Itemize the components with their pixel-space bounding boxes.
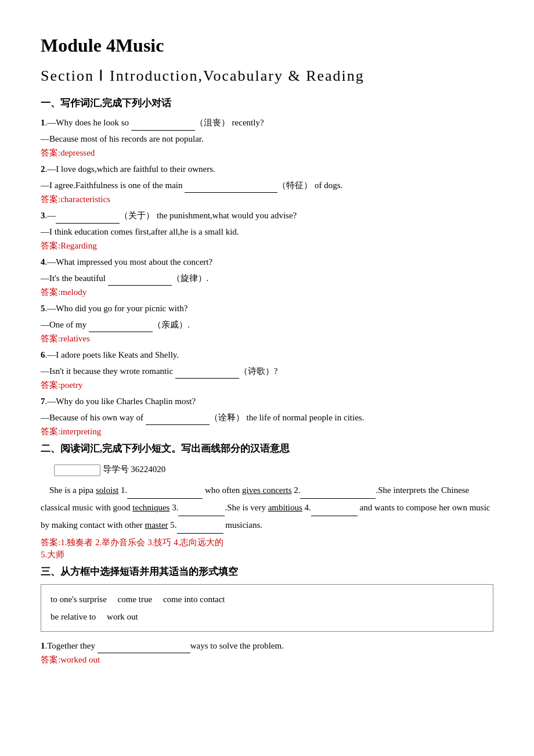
question-2: 2.—I love dogs,which are faithful to the… [41,162,493,205]
part2-study-line: 导学号 36224020 [41,461,493,478]
question-1: 1.—Why does he look so （沮丧） recently? —B… [41,116,493,159]
blank-5 [89,332,153,332]
part3-question-1: 1.Together they ways to solve the proble… [41,639,493,666]
blank-1 [131,130,195,131]
blank-p3 [178,516,225,516]
blank-p3-1 [98,653,190,653]
answer-4: 答案:melody [41,287,493,298]
question-5: 5.—Who did you go for your picnic with? … [41,301,493,344]
answer-part2-text: 1.独奏者 2.举办音乐会 3.技巧 4.志向远大的 [60,538,223,547]
part2-heading: 二、阅读词汇,完成下列小短文。写出画线部分的汉语意思 [41,442,493,455]
blank-3 [56,223,120,224]
part2-paragraph: She is a pipa soloist 1. who often gives… [41,481,493,534]
answer-7: 答案:interpreting [41,426,493,437]
part3-heading: 三、从方框中选择短语并用其适当的形式填空 [41,565,493,578]
module-title: Module 4Music [41,35,493,56]
answer-1: 答案:depressed [41,147,493,159]
blank-p1 [127,498,203,499]
blank-2 [185,192,277,193]
question-3: 3.—（关于） the punishment,what would you ad… [41,208,493,251]
answer-2: 答案:characteristics [41,194,493,205]
question-4: 4.—What impressed you most about the con… [41,255,493,298]
answer-part3-1: 答案:worked out [41,654,493,665]
blank-6 [175,378,239,379]
blank-7 [146,424,210,425]
question-7: 7.—Why do you like Charles Chaplin most?… [41,394,493,437]
answer-5: 答案:relatives [41,333,493,344]
blank-p2 [300,498,376,499]
answer-3: 答案:Regarding [41,240,493,251]
question-6: 6.—I adore poets like Keats and Shelly. … [41,348,493,391]
blank-p4 [311,516,358,516]
part1-heading: 一、写作词汇,完成下列小对话 [41,96,493,110]
answer-6: 答案:poetry [41,380,493,391]
blank-p5 [177,533,223,534]
blank-4 [108,285,172,286]
options-box: to one's surprise come true come into co… [41,584,493,632]
answer-part2-2: 5.大师 [41,549,493,560]
study-number-box [54,465,100,476]
answer-part2: 答案: [41,538,60,547]
section-title: Section Ⅰ Introduction,Vocabulary & Read… [41,67,493,85]
